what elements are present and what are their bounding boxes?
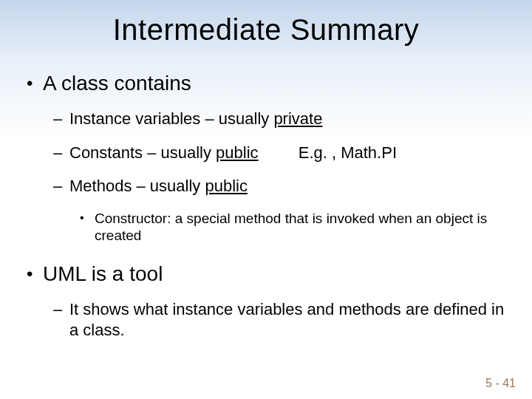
bullet-text-underline: public (216, 143, 258, 162)
slide: Intermediate Summary A class contains In… (0, 0, 532, 399)
slide-title: Intermediate Summary (0, 0, 532, 54)
bullet-text-underline: private (273, 109, 322, 128)
bullet-uml-tool: UML is a tool (22, 262, 510, 286)
bullet-text-underline: public (205, 177, 247, 195)
bullet-text-pre: Constants – usually (69, 143, 216, 162)
bullet-instance-vars: Instance variables – usually private (22, 109, 510, 129)
slide-content: A class contains Instance variables – us… (0, 54, 532, 340)
bullet-text: It shows what instance variables and met… (69, 300, 504, 339)
bullet-text: UML is a tool (43, 262, 163, 285)
bullet-text: A class contains (43, 72, 191, 95)
bullet-text: Constructor: a special method that is in… (95, 211, 487, 244)
bullet-class-contains: A class contains (22, 72, 510, 95)
bullet-example: E.g. , Math.PI (299, 143, 397, 163)
bullet-constructor: Constructor: a special method that is in… (22, 210, 510, 245)
bullet-methods: Methods – usually public (22, 176, 510, 197)
bullet-constants: Constants – usually public E.g. , Math.P… (22, 143, 510, 163)
bullet-text-pre: Instance variables – usually (69, 109, 273, 128)
bullet-uml-desc: It shows what instance variables and met… (22, 299, 510, 340)
bullet-list: A class contains Instance variables – us… (22, 72, 510, 340)
bullet-text-pre: Methods – usually (69, 177, 205, 195)
slide-number: 5 - 41 (485, 377, 516, 390)
